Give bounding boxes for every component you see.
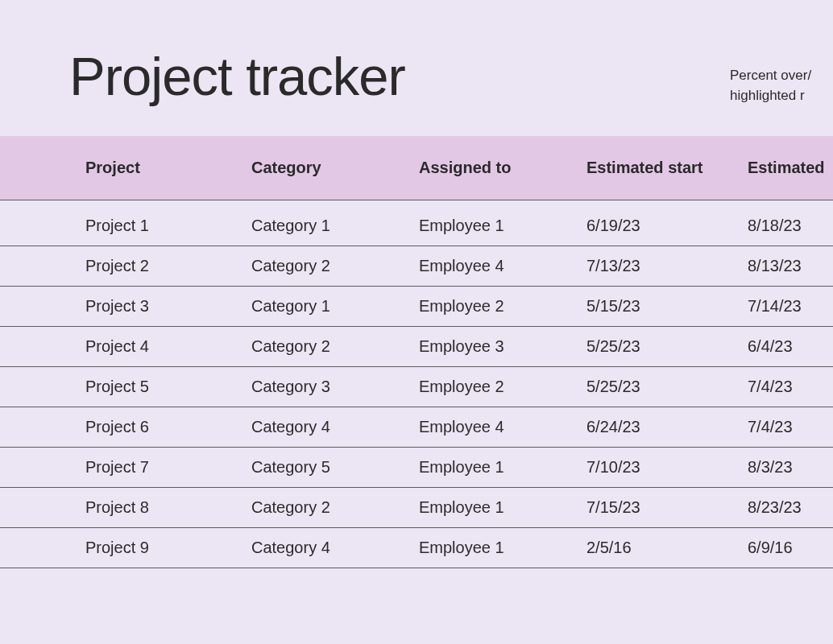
cell-category: Category 5 [251,448,419,488]
table-row: Project 2Category 2Employee 47/13/238/13… [0,246,833,287]
table-row: Project 1Category 1Employee 16/19/238/18… [0,200,833,246]
cell-est-start: 2/5/16 [586,528,748,568]
cell-project: Project 1 [0,200,251,246]
cell-est-end: 7/4/23 [748,407,833,448]
cell-category: Category 3 [251,367,419,407]
cell-assigned: Employee 1 [419,528,586,568]
cell-project: Project 3 [0,287,251,327]
cell-est-start: 5/15/23 [586,287,748,327]
project-table-wrap: Project Category Assigned to Estimated s… [0,136,833,568]
cell-category: Category 2 [251,327,419,367]
cell-project: Project 4 [0,327,251,367]
header-note-line2: highlighted r [730,86,833,106]
cell-assigned: Employee 4 [419,246,586,287]
cell-est-start: 6/19/23 [586,200,748,246]
cell-assigned: Employee 1 [419,488,586,528]
table-row: Project 4Category 2Employee 35/25/236/4/… [0,327,833,367]
cell-est-start: 5/25/23 [586,367,748,407]
cell-project: Project 2 [0,246,251,287]
col-header-project: Project [0,136,251,200]
cell-est-end: 7/14/23 [748,287,833,327]
table-body: Project 1Category 1Employee 16/19/238/18… [0,200,833,568]
header: Project tracker [0,0,833,136]
cell-category: Category 2 [251,246,419,287]
header-note-line1: Percent over/ [730,66,833,86]
cell-est-end: 8/18/23 [748,200,833,246]
cell-est-end: 6/9/16 [748,528,833,568]
cell-est-start: 5/25/23 [586,327,748,367]
table-row: Project 3Category 1Employee 25/15/237/14… [0,287,833,327]
cell-project: Project 8 [0,488,251,528]
page: Project tracker Percent over/ highlighte… [0,0,833,644]
table-row: Project 9Category 4Employee 12/5/166/9/1… [0,528,833,568]
cell-est-start: 7/10/23 [586,448,748,488]
table-row: Project 6Category 4Employee 46/24/237/4/… [0,407,833,448]
cell-project: Project 5 [0,367,251,407]
cell-est-end: 7/4/23 [748,367,833,407]
cell-assigned: Employee 1 [419,200,586,246]
cell-est-start: 7/15/23 [586,488,748,528]
table-row: Project 5Category 3Employee 25/25/237/4/… [0,367,833,407]
project-table: Project Category Assigned to Estimated s… [0,136,833,568]
cell-est-end: 8/23/23 [748,488,833,528]
cell-project: Project 6 [0,407,251,448]
cell-est-start: 7/13/23 [586,246,748,287]
page-title: Project tracker [69,45,405,107]
cell-category: Category 1 [251,287,419,327]
cell-assigned: Employee 2 [419,367,586,407]
table-row: Project 8Category 2Employee 17/15/238/23… [0,488,833,528]
cell-est-end: 8/13/23 [748,246,833,287]
cell-project: Project 7 [0,448,251,488]
cell-assigned: Employee 4 [419,407,586,448]
cell-est-end: 6/4/23 [748,327,833,367]
col-header-category: Category [251,136,419,200]
cell-est-end: 8/3/23 [748,448,833,488]
table-row: Project 7Category 5Employee 17/10/238/3/… [0,448,833,488]
col-header-est-start: Estimated start [586,136,748,200]
header-note: Percent over/ highlighted r [730,66,833,105]
col-header-assigned: Assigned to [419,136,586,200]
cell-assigned: Employee 1 [419,448,586,488]
cell-category: Category 1 [251,200,419,246]
cell-assigned: Employee 3 [419,327,586,367]
table-header-row: Project Category Assigned to Estimated s… [0,136,833,200]
cell-category: Category 4 [251,407,419,448]
cell-category: Category 4 [251,528,419,568]
col-header-est-end: Estimated [748,136,833,200]
cell-est-start: 6/24/23 [586,407,748,448]
cell-assigned: Employee 2 [419,287,586,327]
cell-category: Category 2 [251,488,419,528]
cell-project: Project 9 [0,528,251,568]
